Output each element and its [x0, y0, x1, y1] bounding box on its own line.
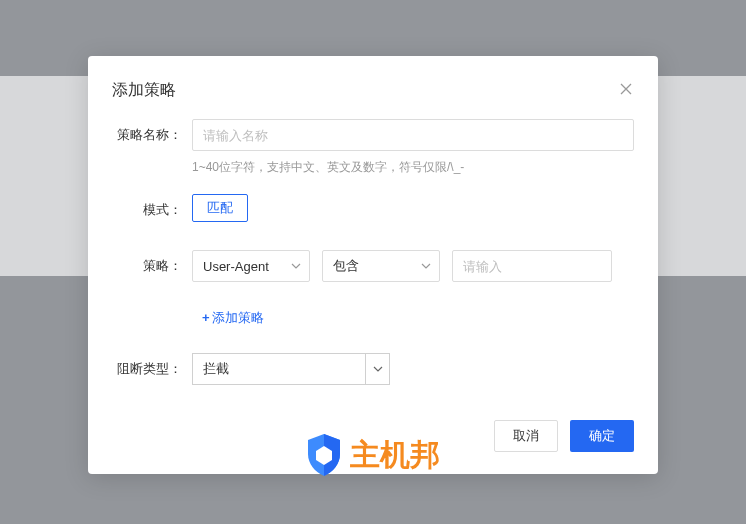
label-policy: 策略：	[112, 250, 192, 275]
close-icon	[620, 81, 632, 99]
policy-name-hint: 1~40位字符，支持中文、英文及数字，符号仅限/\_-	[192, 159, 634, 176]
block-type-select[interactable]: 拦截	[192, 353, 390, 385]
cancel-button[interactable]: 取消	[494, 420, 558, 452]
label-mode: 模式：	[112, 194, 192, 219]
row-policy: 策略： User-Agent 包含	[112, 250, 634, 327]
confirm-button[interactable]: 确定	[570, 420, 634, 452]
policy-field-select[interactable]: User-Agent	[192, 250, 310, 282]
modal-title: 添加策略	[112, 80, 176, 101]
label-policy-name: 策略名称：	[112, 119, 192, 144]
chevron-down-icon	[365, 354, 389, 384]
row-policy-name: 策略名称： 1~40位字符，支持中文、英文及数字，符号仅限/\_-	[112, 119, 634, 176]
modal-footer: 取消 确定	[494, 420, 634, 452]
chevron-down-icon	[291, 261, 301, 271]
policy-field-value: User-Agent	[203, 259, 269, 274]
chevron-down-icon	[421, 261, 431, 271]
policy-condition-group: User-Agent 包含	[192, 250, 634, 282]
policy-value-input[interactable]	[452, 250, 612, 282]
block-type-value: 拦截	[193, 360, 365, 378]
add-policy-link[interactable]: + 添加策略	[202, 309, 264, 327]
modal-body: 策略名称： 1~40位字符，支持中文、英文及数字，符号仅限/\_- 模式： 匹配…	[88, 101, 658, 385]
row-mode: 模式： 匹配	[112, 194, 634, 222]
row-block-type: 阻断类型： 拦截	[112, 353, 634, 385]
plus-icon: +	[202, 310, 210, 325]
mode-match-tag[interactable]: 匹配	[192, 194, 248, 222]
modal-header: 添加策略	[88, 56, 658, 101]
policy-operator-select[interactable]: 包含	[322, 250, 440, 282]
add-policy-label: 添加策略	[212, 309, 264, 327]
add-policy-modal: 添加策略 策略名称： 1~40位字符，支持中文、英文及数字，符号仅限/\_- 模…	[88, 56, 658, 474]
label-block-type: 阻断类型：	[112, 353, 192, 378]
policy-name-input[interactable]	[192, 119, 634, 151]
policy-operator-value: 包含	[333, 257, 359, 275]
close-button[interactable]	[618, 82, 634, 98]
